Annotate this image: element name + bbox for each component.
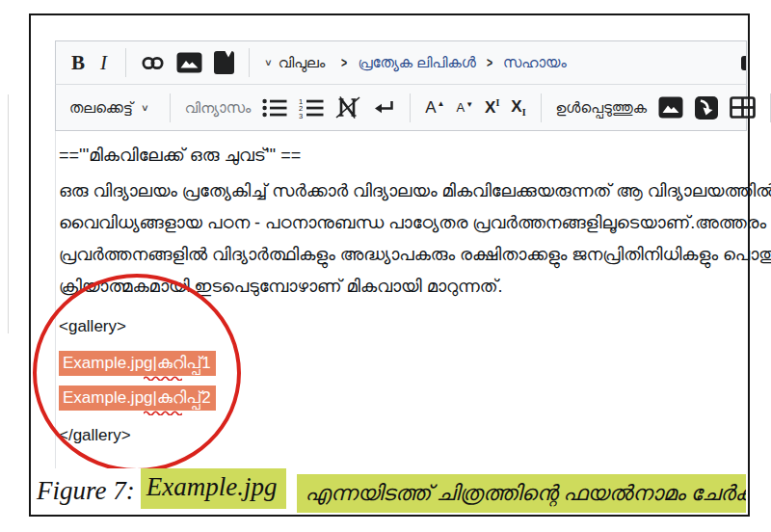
triangle-down-icon: ▼: [465, 100, 473, 109]
breadcrumb-separator-icon: >: [487, 55, 492, 70]
insert-media-button[interactable]: [652, 93, 689, 122]
chevron-down-icon: ∨: [141, 102, 149, 113]
nowiki-icon: [335, 96, 360, 119]
insert-image-button[interactable]: [171, 48, 208, 77]
figure-caption-text-highlight: എന്നയിടത്ത് ചിത്രത്തിന്റെ ഫയൽനാമം ചേർക്ക…: [297, 474, 746, 513]
toolbar-separator: [170, 93, 171, 122]
toolbar-separator: [541, 93, 542, 122]
paragraph-line: ക്രിയാത്മകമായി ഇടപെടുമ്പോഴാണ് മികവായി മാ…: [59, 271, 737, 303]
insert-table-button[interactable]: [724, 93, 761, 122]
smaller-text-button[interactable]: A▼: [450, 97, 479, 118]
gallery-item-highlighted: Example.jpg|കുറിപ്പ്2: [59, 386, 216, 411]
triangle-up-icon: ▲: [438, 99, 445, 108]
figure-caption-prefix: Figure 7:: [33, 468, 141, 513]
subscript-button[interactable]: XI: [505, 93, 531, 121]
breadcrumb-link-special-characters[interactable]: പ്രത്യേക ലിപികൾ: [358, 54, 476, 71]
expand-menu-label: വിപുലം: [279, 54, 325, 71]
paragraph-line: ഒരു വിദ്യാലയം പ്രത്യേകിച്ച് സർക്കാർ വിദ്…: [59, 175, 737, 207]
nowiki-button[interactable]: [330, 93, 366, 122]
bold-button[interactable]: B: [66, 47, 91, 79]
superscript-button[interactable]: XI: [479, 93, 505, 121]
numbered-list-icon: 123: [299, 97, 324, 119]
gallery-close-tag: </gallery>: [59, 421, 737, 450]
spellcheck-squiggle-icon: [144, 410, 182, 415]
toolbar-separator: [249, 48, 250, 77]
toolbar-separator: [410, 93, 411, 122]
figure-page: B I: [0, 0, 771, 532]
link-icon: [141, 54, 165, 72]
image-icon: [658, 96, 683, 119]
gallery-wikitext-block: <gallery> Example.jpg|കുറിപ്പ്1: [59, 312, 737, 450]
heading-style-dropdown[interactable]: തലക്കെട്ട് ∨: [64, 95, 161, 120]
structure-menu[interactable]: വിന്യാസം: [179, 95, 257, 120]
heading-dropdown-label: തലക്കെട്ട്: [69, 99, 133, 117]
structure-menu-label: വിന്യാസം: [185, 99, 252, 117]
scan-artifact-line: [8, 94, 9, 333]
spellcheck-squiggle-icon: [144, 375, 182, 381]
clipped-edge-element: [741, 56, 746, 70]
gallery-item-highlighted: Example.jpg|കുറിപ്പ്1: [59, 351, 216, 376]
wikitext-heading-line: =='''മികവിലേക്ക് ഒരു ചുവട്''' ==: [59, 143, 737, 168]
editor-toolbar-secondary: തലക്കെട്ട് ∨ വിന്യാസം: [55, 85, 747, 131]
bookmark-button[interactable]: [208, 47, 240, 78]
subscript-label: XI: [511, 97, 525, 118]
bullet-list-icon: [262, 98, 287, 118]
editor-content-surface[interactable]: =='''മികവിലേക്ക് ഒരു ചുവട്''' == ഒരു വിദ…: [55, 131, 747, 470]
chevron-down-icon: ∨: [264, 57, 273, 67]
superscript-label: XI: [485, 97, 499, 118]
bookmark-icon: [214, 51, 234, 74]
gallery-open-tag: <gallery>: [59, 312, 737, 341]
visual-editor: B I: [55, 40, 747, 470]
table-icon: [730, 96, 756, 119]
expand-menu[interactable]: ∨ വിപുലം: [258, 50, 331, 75]
numbered-list-button[interactable]: 123: [293, 93, 330, 122]
bigger-text-button[interactable]: A▲: [419, 95, 450, 120]
insert-menu-label: ഉൾപ്പെടുത്തുക: [556, 99, 647, 117]
bigger-text-label: A▲: [425, 99, 444, 116]
breadcrumb-separator-icon: >: [341, 55, 347, 70]
newline-button[interactable]: [366, 95, 401, 120]
figure-caption-filename-highlight: Example.jpg: [141, 468, 287, 509]
svg-text:3: 3: [299, 111, 303, 119]
insert-menu[interactable]: ഉൾപ്പെടുത്തുക: [550, 95, 652, 120]
screenshot-frame: B I: [29, 13, 750, 517]
image-icon: [176, 52, 202, 73]
redirect-button[interactable]: [689, 93, 724, 123]
smaller-text-label: A▼: [456, 101, 473, 114]
toolbar-separator: [125, 48, 126, 77]
italic-button[interactable]: I: [91, 47, 117, 79]
breadcrumb-link-help[interactable]: സഹായം: [503, 54, 567, 71]
editor-toolbar-primary: B I: [55, 40, 747, 85]
link-button[interactable]: [135, 50, 171, 76]
paragraph-line: പ്രവർത്തനങ്ങളിൽ വിദ്യാർത്ഥികളും അദ്ധ്യാപ…: [59, 239, 737, 271]
return-arrow-icon: [372, 99, 395, 117]
bullet-list-button[interactable]: [256, 94, 293, 121]
paragraph-line: വൈവിധ്യങ്ങളായ പഠന - പഠനാനുബന്ധ പാഠ്യേതര …: [59, 207, 737, 239]
figure-caption: Figure 7: Example.jpg എന്നയിടത്ത് ചിത്രത…: [33, 468, 746, 513]
curved-arrow-icon: [695, 96, 718, 120]
